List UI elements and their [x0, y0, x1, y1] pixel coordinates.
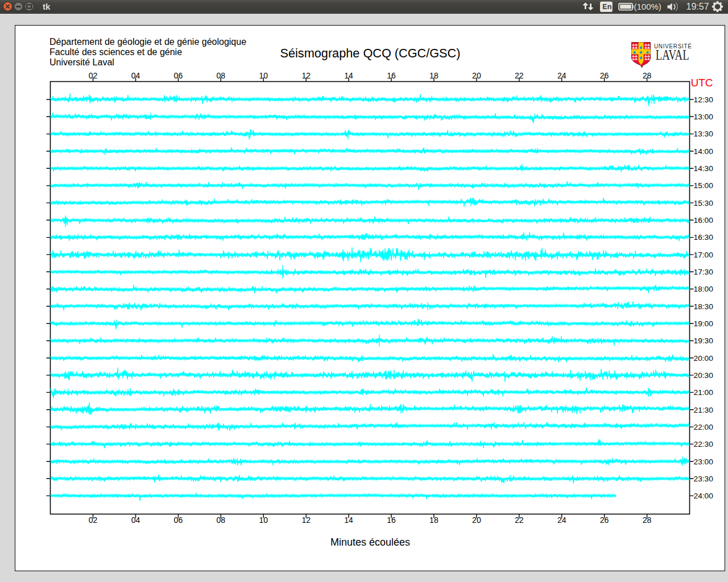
svg-text:15:00: 15:00: [694, 181, 714, 190]
svg-text:13:30: 13:30: [694, 130, 714, 138]
svg-text:LAVAL: LAVAL: [656, 47, 689, 63]
svg-text:12:30: 12:30: [694, 95, 714, 104]
svg-text:06: 06: [174, 71, 183, 80]
svg-text:20: 20: [472, 71, 481, 80]
svg-text:18:30: 18:30: [694, 302, 714, 311]
svg-text:13:00: 13:00: [694, 113, 714, 121]
svg-text:17:30: 17:30: [694, 268, 714, 276]
svg-text:04: 04: [131, 516, 140, 525]
svg-text:28: 28: [643, 71, 652, 80]
svg-text:16: 16: [387, 516, 396, 525]
svg-text:22:30: 22:30: [694, 440, 714, 448]
svg-text:02: 02: [89, 516, 98, 525]
svg-text:22: 22: [515, 516, 524, 525]
svg-text:23:30: 23:30: [694, 475, 714, 483]
svg-text:06: 06: [174, 516, 183, 525]
svg-text:19:57: 19:57: [686, 2, 709, 11]
svg-text:26: 26: [600, 71, 609, 80]
svg-text:12: 12: [301, 516, 311, 525]
svg-text:14: 14: [344, 516, 353, 525]
svg-text:15:30: 15:30: [694, 199, 714, 207]
svg-text:16:30: 16:30: [694, 233, 714, 242]
svg-text:17:00: 17:00: [694, 251, 714, 259]
svg-text:10: 10: [259, 516, 268, 525]
svg-text:UTC: UTC: [690, 77, 713, 89]
svg-text:08: 08: [217, 71, 226, 80]
svg-text:14:30: 14:30: [694, 164, 714, 173]
svg-text:24: 24: [557, 71, 566, 80]
svg-text:24:00: 24:00: [694, 492, 714, 500]
svg-text:19:00: 19:00: [694, 319, 714, 328]
svg-text:(100%): (100%): [634, 2, 661, 11]
svg-text:14:00: 14:00: [694, 147, 714, 156]
svg-text:20:30: 20:30: [694, 371, 714, 380]
svg-text:12: 12: [301, 71, 311, 80]
svg-text:18: 18: [429, 71, 439, 80]
svg-text:20: 20: [472, 516, 481, 525]
svg-text:22: 22: [515, 71, 524, 80]
svg-text:20:00: 20:00: [694, 354, 714, 363]
svg-text:tk: tk: [43, 2, 51, 11]
svg-text:22:00: 22:00: [694, 423, 714, 431]
svg-text:26: 26: [600, 516, 609, 525]
svg-text:04: 04: [131, 71, 140, 80]
svg-text:08: 08: [217, 516, 226, 525]
svg-text:21:30: 21:30: [694, 406, 714, 414]
svg-text:16:00: 16:00: [694, 216, 714, 225]
svg-text:18: 18: [429, 516, 439, 525]
svg-text:14: 14: [344, 71, 353, 80]
svg-text:23:00: 23:00: [694, 458, 714, 466]
svg-text:19:30: 19:30: [694, 336, 714, 345]
svg-text:En: En: [602, 3, 611, 11]
svg-text:28: 28: [643, 516, 652, 525]
svg-text:21:00: 21:00: [694, 388, 714, 397]
svg-text:10: 10: [259, 71, 268, 80]
svg-text:02: 02: [89, 71, 98, 80]
svg-text:24: 24: [557, 516, 566, 525]
svg-text:18:00: 18:00: [694, 285, 714, 293]
svg-text:16: 16: [387, 71, 396, 80]
